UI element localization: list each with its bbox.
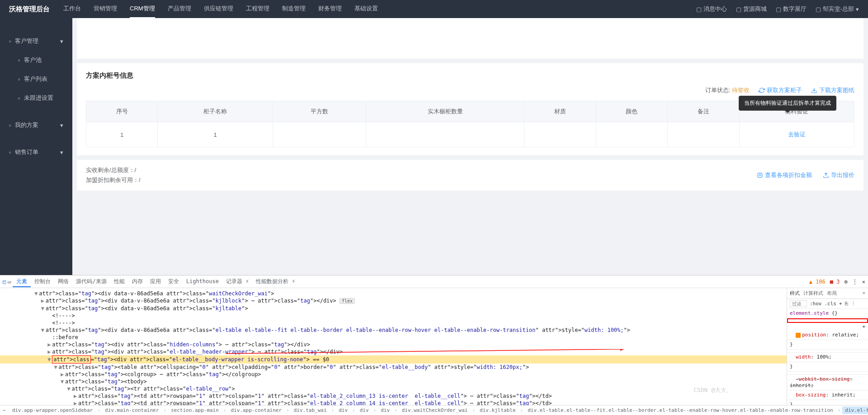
devtools-tab-4[interactable]: 性能	[110, 276, 128, 286]
devtools-tab-9[interactable]: 记录器 ⚡	[222, 276, 252, 286]
nav-item-6[interactable]: 制造管理	[282, 0, 306, 18]
nav-item-7[interactable]: 财务管理	[318, 0, 342, 18]
dom-line[interactable]: ▶attr">class="tag"><div attr">class="el-…	[0, 348, 787, 355]
inspect-icon[interactable]: ◰	[3, 279, 6, 285]
css-rule[interactable]: </span><span class="sel">*, *:before, *:…	[787, 372, 868, 375]
css-rule[interactable]: element.style {}	[787, 309, 868, 318]
export-quote-link[interactable]: 导出报价	[823, 171, 854, 179]
sidebar-item-3[interactable]: ▫未跟进设置	[0, 89, 72, 107]
breadcrumb-item[interactable]: div	[357, 406, 372, 414]
pin-icon[interactable]: ⎘	[845, 301, 848, 307]
nav-right-user[interactable]: ▢邹宾堂-总部 ▾	[816, 5, 859, 13]
breadcrumb-item[interactable]: div.app-container	[228, 406, 285, 414]
css-rule[interactable]: }	[787, 400, 868, 405]
devtools-tab-7[interactable]: 安全	[165, 276, 183, 286]
dom-line[interactable]: ▶attr">class="tag"><td attr">rowspan="1"…	[0, 392, 787, 400]
card-title: 方案内柜号信息	[86, 71, 854, 80]
error-count[interactable]: ■ 3	[830, 279, 840, 285]
nav-item-8[interactable]: 基础设置	[354, 0, 378, 18]
breadcrumb-item[interactable]: div	[378, 406, 392, 414]
devtools-tab-10[interactable]: 性能数据分析 ⚡	[252, 276, 298, 286]
css-rule[interactable]: }	[787, 362, 868, 372]
nav-item-2[interactable]: CRM管理	[130, 0, 155, 18]
devtools-tab-3[interactable]: 源代码/来源	[72, 276, 110, 286]
dom-tree[interactable]: CSDN @大大。 ▼attr">class="tag"><div data-v…	[0, 288, 787, 405]
bell-icon: ▢	[696, 6, 702, 13]
sidebar-item-2[interactable]: ▫客户列表	[0, 70, 72, 89]
hov-toggle[interactable]: :hov	[810, 301, 822, 307]
dom-line[interactable]: ▼attr">class="tag"><table attr">cellspac…	[0, 364, 787, 371]
download-drawing-link[interactable]: 下载方案图纸	[811, 86, 854, 94]
devtools-tab-6[interactable]: 应用	[146, 276, 165, 286]
breadcrumb-item[interactable]: div.el-table__body-wrapper.is-scrolling-…	[842, 406, 868, 414]
dom-line[interactable]: <!---->	[0, 312, 787, 319]
warning-count[interactable]: ▲ 106	[809, 279, 826, 285]
sidebar: ▫客户管理▾▫客户池▫客户列表▫未跟进设置▫我的方案▾▫销售订单▾	[0, 18, 72, 275]
nav-item-1[interactable]: 营销管理	[94, 0, 117, 18]
nav-item-5[interactable]: 工程管理	[246, 0, 269, 18]
more-icon[interactable]: ⋮	[852, 279, 858, 285]
dom-line[interactable]: ▼attr">class="tag"><div data-v-86ad5e6a …	[0, 290, 787, 297]
style-tab-1[interactable]: 计算样式	[803, 290, 823, 297]
breadcrumb-item[interactable]: div.tab_wai	[291, 406, 330, 414]
dom-line[interactable]: ▼attr">class="tag"><tbody>	[0, 378, 787, 385]
css-rule[interactable]: width: 100%;	[787, 353, 868, 362]
breadcrumb-item[interactable]: div.kjltable	[477, 406, 518, 414]
nav-right-box[interactable]: ▢货源商城	[736, 5, 767, 13]
chevron-down-icon: ▾	[60, 149, 63, 156]
dom-line[interactable]: ▶attr">class="tag"><td attr">rowspan="1"…	[0, 400, 787, 405]
breadcrumb-item[interactable]: div.main-container	[102, 406, 161, 414]
dom-line[interactable]: ▶attr">class="tag"><div data-v-86ad5e6a …	[0, 297, 787, 305]
breadcrumb-item[interactable]: div.el-table.el-table--fit.el-table--bor…	[525, 406, 836, 414]
devtools-tab-0[interactable]: 元素	[13, 276, 31, 287]
breadcrumb[interactable]: ⋯ div.app-wrapper.openSidebar›div.main-c…	[0, 405, 868, 415]
css-rule[interactable]: </span><span class="sel">.el-table__body…	[787, 350, 868, 353]
dom-line[interactable]: ▼attr">class="tag"><div data-v-86ad5e6a …	[0, 326, 787, 334]
balance-text: 实收剩余/总额度：/	[86, 166, 141, 174]
css-rule[interactable]: }	[787, 340, 868, 350]
nav-right-bell[interactable]: ▢消息中心	[696, 5, 727, 13]
dom-line[interactable]: ::before	[0, 334, 787, 341]
sidebar-item-0[interactable]: ▫客户管理▾	[0, 32, 72, 51]
css-rule[interactable]: position: relative;	[787, 331, 868, 340]
dom-line[interactable]: <!---->	[0, 319, 787, 326]
sidebar-item-1[interactable]: ▫客户池	[0, 51, 72, 70]
devtools-tab-5[interactable]: 内存	[128, 276, 146, 286]
close-icon[interactable]: ✕	[862, 279, 865, 285]
cls-toggle[interactable]: .cls	[825, 301, 837, 307]
breadcrumb-item[interactable]: section.app-main	[168, 406, 222, 414]
sidebar-item-5[interactable]: ▫销售订单▾	[0, 143, 72, 162]
style-tab-0[interactable]: 样式	[790, 290, 800, 297]
nav-item-4[interactable]: 供应链管理	[204, 0, 233, 18]
devtools-tab-2[interactable]: 网络	[54, 276, 72, 286]
dom-line[interactable]: ▼attr">class="tag"><tr attr">class="el-t…	[0, 385, 787, 392]
verify-link[interactable]: 去验证	[743, 131, 850, 139]
view-discounts-link[interactable]: 查看各项折扣金额	[757, 171, 812, 179]
nav-right-screen[interactable]: ▢数字展厅	[776, 5, 807, 13]
sidebar-item-4[interactable]: ▫我的方案▾	[0, 116, 72, 135]
breadcrumb-item[interactable]: div.app-wrapper.openSidebar	[9, 406, 96, 414]
styles-filter-input[interactable]	[790, 300, 807, 307]
settings-icon[interactable]: ⚙	[844, 279, 848, 285]
dom-line[interactable]: ▼attr">class="tag"><div attr">class="el-…	[0, 355, 787, 364]
dom-line[interactable]: ▶attr">class="tag"><div attr">class="hid…	[0, 341, 787, 348]
export-icon	[823, 172, 829, 178]
device-icon[interactable]: ▭	[8, 279, 11, 285]
breadcrumb-item[interactable]: div	[336, 406, 350, 414]
breadcrumb-item[interactable]: div.waitCheckOrder_wai	[399, 406, 471, 414]
expand-icon[interactable]: »	[862, 290, 865, 297]
css-rule[interactable]: </span><span class="sel">.el-table__body…	[787, 318, 868, 323]
css-rule[interactable]: box-sizing: inherit;	[787, 391, 868, 400]
nav-item-0[interactable]: 工作台	[63, 0, 81, 18]
more-style-icon[interactable]: ⋮	[851, 301, 856, 307]
fetch-cabinet-link[interactable]: 获取方案柜子	[759, 86, 802, 94]
dom-line[interactable]: ▶attr">class="tag"><colgroup> ⋯ attr">cl…	[0, 371, 787, 378]
nav-item-3[interactable]: 产品管理	[168, 0, 191, 18]
devtools-tab-1[interactable]: 控制台	[31, 276, 54, 286]
table-header: 实木橱柜数量	[366, 101, 524, 122]
dom-line[interactable]: ▼attr">class="tag"><div data-v-86ad5e6a …	[0, 305, 787, 312]
devtools-tab-8[interactable]: Lighthouse	[183, 276, 222, 286]
style-tab-2[interactable]: 布局	[827, 290, 837, 297]
add-rule-icon[interactable]: +	[839, 301, 842, 307]
css-rule[interactable]: -webkit-box-sizing: inherit;	[787, 375, 868, 391]
